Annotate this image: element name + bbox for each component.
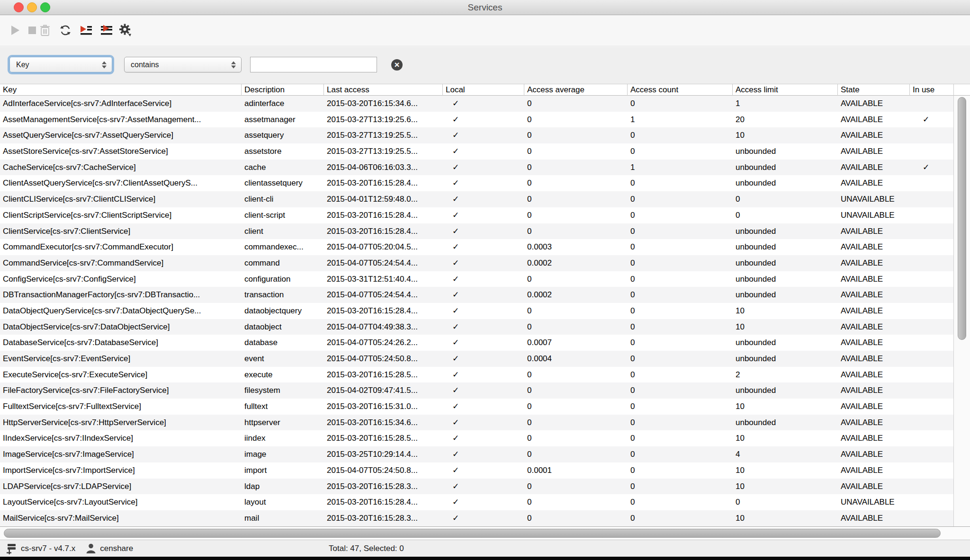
column-header-key[interactable]: Key: [0, 84, 242, 96]
cell-description: commandexec...: [242, 239, 324, 255]
table-row[interactable]: FulltextService[cs-srv7:FulltextService]…: [0, 399, 970, 415]
filter-bar: Key contains ×: [0, 47, 970, 84]
cell-description: adinterface: [242, 96, 324, 112]
cell-last_access: 2015-03-20T16:15:28.5...: [324, 367, 443, 383]
cell-local: ✓: [443, 399, 524, 415]
cell-last_access: 2015-03-20T16:15:28.4...: [324, 303, 443, 319]
cell-state: AVAILABLE: [838, 175, 910, 191]
table-row[interactable]: ImportService[cs-srv7:ImportService]impo…: [0, 462, 970, 479]
cell-access_limit: 2: [733, 367, 838, 383]
cell-description: cache: [242, 160, 324, 176]
table-row[interactable]: AdInterfaceService[cs-srv7:AdInterfaceSe…: [0, 96, 970, 112]
cell-in_use: [910, 143, 954, 160]
cell-local: ✓: [443, 430, 524, 446]
table-row[interactable]: ExecuteService[cs-srv7:ExecuteService]ex…: [0, 367, 970, 383]
stop-icon: [27, 26, 37, 37]
cell-key: AssetQueryService[cs-srv7:AssetQueryServ…: [0, 127, 242, 143]
cell-key: MailService[cs-srv7:MailService]: [0, 510, 242, 526]
table-row[interactable]: DBTransactionManagerFactory[cs-srv7:DBTr…: [0, 287, 970, 303]
cell-description: database: [242, 335, 324, 351]
horizontal-scrollbar-thumb[interactable]: [4, 529, 941, 538]
cell-access_average: 0: [524, 367, 628, 383]
user-label: censhare: [100, 544, 133, 553]
filter-operator-select[interactable]: contains: [124, 57, 242, 72]
cell-in_use: [910, 287, 954, 303]
cell-last_access: 2015-03-20T16:15:34.6...: [324, 96, 443, 112]
column-header-last_access[interactable]: Last access: [324, 84, 443, 96]
table-row[interactable]: HttpServerService[cs-srv7:HttpServerServ…: [0, 415, 970, 431]
cell-local: ✓: [443, 207, 524, 223]
table-row[interactable]: AssetQueryService[cs-srv7:AssetQueryServ…: [0, 127, 970, 143]
cell-description: iindex: [242, 430, 324, 446]
table-row[interactable]: DatabaseService[cs-srv7:DatabaseService]…: [0, 335, 970, 351]
table-row[interactable]: CommandExecutor[cs-srv7:CommandExecutor]…: [0, 239, 970, 255]
settings-button[interactable]: [117, 24, 133, 39]
clear-filter-button[interactable]: ×: [391, 59, 403, 71]
cell-state: AVAILABLE: [838, 382, 910, 399]
step-over-button[interactable]: [99, 24, 115, 39]
cell-access_count: 0: [628, 96, 733, 112]
table-row[interactable]: ClientCLIService[cs-srv7:ClientCLIServic…: [0, 191, 970, 207]
run-to-cursor-icon: [80, 24, 93, 38]
refresh-button[interactable]: [57, 24, 73, 39]
cell-last_access: 2015-04-07T04:49:38.3...: [324, 319, 443, 335]
column-header-access_limit[interactable]: Access limit: [733, 84, 838, 96]
column-header-state[interactable]: State: [838, 84, 910, 96]
vertical-scrollbar-thumb[interactable]: [958, 97, 966, 340]
table-row[interactable]: MailService[cs-srv7:MailService]mail2015…: [0, 510, 970, 526]
cell-in_use: [910, 479, 954, 495]
column-header-description[interactable]: Description: [242, 84, 324, 96]
cell-local: ✓: [443, 287, 524, 303]
table-row[interactable]: DataObjectQueryService[cs-srv7:DataObjec…: [0, 303, 970, 319]
column-header-local[interactable]: Local: [443, 84, 524, 96]
horizontal-scrollbar: [0, 526, 970, 540]
filter-field-select[interactable]: Key: [9, 57, 112, 72]
table-row[interactable]: DataObjectService[cs-srv7:DataObjectServ…: [0, 319, 970, 335]
table-row[interactable]: LDAPService[cs-srv7:LDAPService]ldap2015…: [0, 479, 970, 495]
cell-state: AVAILABLE: [838, 367, 910, 383]
table-row[interactable]: IIndexService[cs-srv7:IIndexService]iind…: [0, 430, 970, 446]
cell-access_limit: 1: [733, 96, 838, 112]
table-row[interactable]: AssetStoreService[cs-srv7:AssetStoreServ…: [0, 143, 970, 160]
delete-button[interactable]: [37, 24, 53, 39]
table-row[interactable]: CacheService[cs-srv7:CacheService]cache2…: [0, 160, 970, 176]
column-header-access_count[interactable]: Access count: [628, 84, 733, 96]
cell-key: LayoutService[cs-srv7:LayoutService]: [0, 494, 242, 510]
window-title: Services: [0, 0, 970, 15]
cell-last_access: 2015-03-20T16:15:28.4...: [324, 494, 443, 510]
settings-gear-icon: [118, 23, 132, 39]
cell-access_limit: unbounded: [733, 143, 838, 160]
user-icon: [86, 543, 96, 554]
table-row[interactable]: EventService[cs-srv7:EventService]event2…: [0, 351, 970, 367]
table-row[interactable]: ImageService[cs-srv7:ImageService]image2…: [0, 446, 970, 462]
cell-in_use: [910, 415, 954, 431]
filter-query-input[interactable]: [250, 57, 377, 72]
cell-access_count: 0: [628, 271, 733, 287]
table-row[interactable]: CommandService[cs-srv7:CommandService]co…: [0, 255, 970, 271]
cell-state: AVAILABLE: [838, 255, 910, 271]
cell-access_average: 0: [524, 399, 628, 415]
table-row[interactable]: ClientScriptService[cs-srv7:ClientScript…: [0, 207, 970, 223]
start-button[interactable]: [7, 24, 23, 39]
table-row[interactable]: AssetManagementService[cs-srv7:AssetMana…: [0, 112, 970, 128]
popup-stepper-icon: [231, 61, 236, 68]
cell-key: CommandService[cs-srv7:CommandService]: [0, 255, 242, 271]
table-row[interactable]: ClientAssetQueryService[cs-srv7:ClientAs…: [0, 175, 970, 191]
cell-in_use: [910, 271, 954, 287]
table-row[interactable]: FileFactoryService[cs-srv7:FileFactorySe…: [0, 382, 970, 399]
run-to-cursor-button[interactable]: [78, 24, 94, 39]
column-header-in_use[interactable]: In use: [910, 84, 954, 96]
cell-access_average: 0: [524, 479, 628, 495]
table-row[interactable]: ConfigService[cs-srv7:ConfigService]conf…: [0, 271, 970, 287]
cell-last_access: 2015-04-01T12:59:48.0...: [324, 191, 443, 207]
cell-access_average: 0.0007: [524, 335, 628, 351]
table-row[interactable]: ClientService[cs-srv7:ClientService]clie…: [0, 223, 970, 240]
column-header-access_average[interactable]: Access average: [524, 84, 628, 96]
cell-description: configuration: [242, 271, 324, 287]
screen-bottom-strip: [0, 557, 970, 560]
cell-access_average: 0: [524, 382, 628, 399]
table-row[interactable]: LayoutService[cs-srv7:LayoutService]layo…: [0, 494, 970, 510]
cell-state: AVAILABLE: [838, 112, 910, 128]
cell-access_average: 0: [524, 446, 628, 462]
cell-last_access: 2015-03-20T16:15:28.4...: [324, 223, 443, 240]
